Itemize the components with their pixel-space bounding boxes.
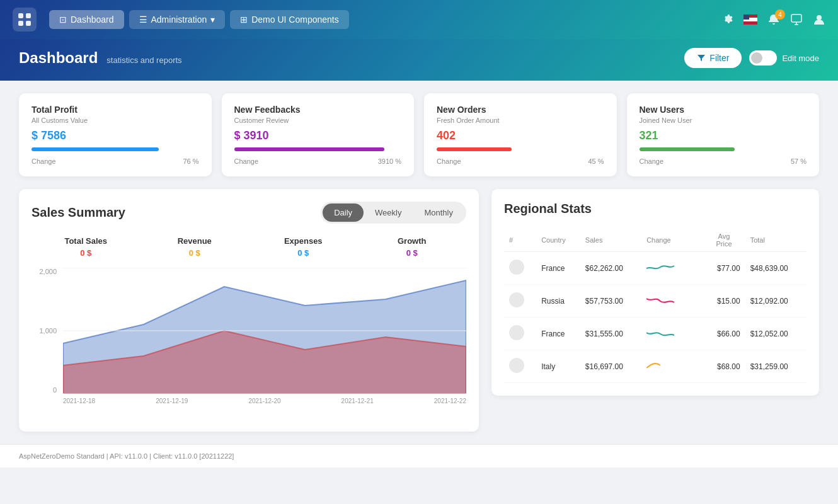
- stat-value-1: $ 3910: [234, 129, 402, 142]
- monitor-icon-button[interactable]: [790, 13, 803, 26]
- stat-bar-1: [234, 147, 385, 151]
- cell-change: [641, 318, 703, 350]
- cell-sales: $57,753.00: [580, 285, 641, 318]
- chart-stat-label-2: Expenses: [249, 236, 358, 246]
- chart-stat-label-1: Revenue: [141, 236, 250, 246]
- settings-icon-button[interactable]: [721, 13, 733, 26]
- header-actions: Filter Edit mode: [684, 48, 819, 68]
- nav-administration-button[interactable]: ☰ Administration ▾: [129, 10, 226, 29]
- col-header-hash: #: [504, 229, 536, 252]
- stat-value-3: 321: [640, 129, 807, 142]
- x-label-2: 2021-12-20: [248, 398, 280, 404]
- cell-change: [641, 350, 703, 383]
- stat-change-value-2: 45 %: [588, 158, 604, 165]
- stat-title-1: New Feedbacks: [234, 105, 402, 115]
- user-icon: [813, 13, 825, 26]
- sales-title: Sales Summary: [32, 205, 125, 220]
- notification-badge: 4: [775, 9, 785, 20]
- stat-value-0: $ 7586: [32, 129, 199, 142]
- chart-stat-3: Growth 0 $: [358, 236, 467, 258]
- administration-nav-icon: ☰: [139, 14, 147, 25]
- stat-card-orders: New Orders Fresh Order Amount 402 Change…: [424, 93, 617, 176]
- tab-weekly[interactable]: Weekly: [364, 203, 413, 222]
- cell-index: [504, 318, 536, 350]
- stat-title-3: New Users: [640, 105, 807, 115]
- stat-footer-1: Change 3910 %: [234, 158, 402, 165]
- table-row: France $62,262.00 $77.00 $48,639.00: [504, 252, 806, 285]
- stat-change-label-3: Change: [640, 158, 664, 165]
- footer: AspNetZeroDemo Standard | API: v11.0.0 |…: [0, 444, 838, 467]
- svg-rect-3: [26, 21, 31, 26]
- cell-avg-price: $15.00: [703, 285, 745, 318]
- nav-demo-button[interactable]: ⊞ Demo UI Components: [230, 10, 349, 29]
- nav-dashboard-button[interactable]: ⊡ Dashboard: [49, 10, 124, 29]
- y-label-2: 0: [32, 386, 57, 394]
- col-header-sales: Sales: [580, 229, 641, 252]
- stat-change-label-1: Change: [234, 158, 259, 165]
- svg-rect-1: [26, 13, 31, 18]
- cell-avg-price: $66.00: [703, 318, 745, 350]
- stat-sub-0: All Customs Value: [32, 117, 199, 124]
- filter-icon: [697, 54, 706, 62]
- svg-rect-6: [743, 21, 757, 25]
- stat-sub-1: Customer Review: [234, 117, 402, 124]
- x-label-4: 2021-12-22: [434, 398, 466, 404]
- stat-footer-3: Change 57 %: [640, 158, 807, 165]
- settings-icon: [721, 13, 733, 26]
- footer-text: AspNetZeroDemo Standard | API: v11.0.0 |…: [19, 452, 234, 460]
- x-label-1: 2021-12-19: [156, 398, 188, 404]
- col-header-total: Total: [745, 229, 806, 252]
- header-bar: Dashboard statistics and reports Filter …: [0, 39, 838, 81]
- x-label-3: 2021-12-21: [342, 398, 374, 404]
- y-label-0: 2,000: [32, 268, 57, 275]
- tab-monthly[interactable]: Monthly: [413, 203, 464, 222]
- stat-change-value-3: 57 %: [791, 158, 806, 165]
- cell-total: $48,639.00: [745, 252, 806, 285]
- stat-bar-0: [32, 147, 159, 151]
- stat-change-label-2: Change: [437, 158, 461, 165]
- edit-mode-label: Edit mode: [782, 54, 819, 63]
- svg-rect-0: [18, 13, 23, 18]
- stat-footer-0: Change 76 %: [32, 158, 199, 165]
- chart-y-labels: 2,000 1,000 0: [32, 268, 57, 394]
- col-header-avg-price: AvgPrice: [703, 229, 745, 252]
- stat-footer-2: Change 45 %: [437, 158, 604, 165]
- edit-mode-toggle[interactable]: [749, 50, 777, 66]
- tab-daily[interactable]: Daily: [323, 203, 364, 222]
- cell-total: $12,052.00: [745, 318, 806, 350]
- svg-rect-8: [791, 14, 801, 22]
- nav-logo: [13, 8, 37, 32]
- nav-administration-label: Administration: [151, 14, 207, 25]
- stat-change-value-1: 3910 %: [378, 158, 401, 165]
- flag-icon-button[interactable]: [743, 14, 757, 25]
- stat-sub-2: Fresh Order Amount: [437, 117, 604, 124]
- stat-change-label-0: Change: [32, 158, 56, 165]
- page-subtitle: statistics and reports: [106, 55, 181, 65]
- cell-total: $31,259.00: [745, 350, 806, 383]
- x-label-0: 2021-12-18: [63, 398, 95, 404]
- stat-cards-row: Total Profit All Customs Value $ 7586 Ch…: [19, 93, 819, 176]
- cell-sales: $62,262.00: [580, 252, 641, 285]
- navbar: ⊡ Dashboard ☰ Administration ▾ ⊞ Demo UI…: [0, 0, 838, 39]
- cell-avg-price: $68.00: [703, 350, 745, 383]
- chart-stat-value-0: 0 $: [32, 248, 141, 258]
- cell-country: France: [536, 318, 580, 350]
- chevron-down-icon: ▾: [210, 14, 215, 25]
- regional-table: # Country Sales Change AvgPrice Total Fr…: [504, 229, 806, 383]
- user-icon-button[interactable]: [813, 13, 825, 26]
- cell-index: [504, 285, 536, 318]
- chart-stat-value-3: 0 $: [358, 248, 467, 258]
- chart-stat-2: Expenses 0 $: [249, 236, 358, 258]
- bell-icon-button[interactable]: 4: [767, 13, 780, 26]
- chart-stat-value-1: 0 $: [141, 248, 250, 258]
- stat-card-users: New Users Joined New User 321 Change 57 …: [627, 93, 820, 176]
- cell-country: Russia: [536, 285, 580, 318]
- monitor-icon: [790, 13, 803, 26]
- filter-button[interactable]: Filter: [684, 48, 742, 68]
- cell-sales: $16,697.00: [580, 350, 641, 383]
- chart-stat-label-3: Growth: [358, 236, 467, 246]
- nav-dashboard-label: Dashboard: [71, 14, 114, 25]
- chart-stat-1: Revenue 0 $: [141, 236, 250, 258]
- svg-point-9: [817, 15, 822, 20]
- cell-change: [641, 252, 703, 285]
